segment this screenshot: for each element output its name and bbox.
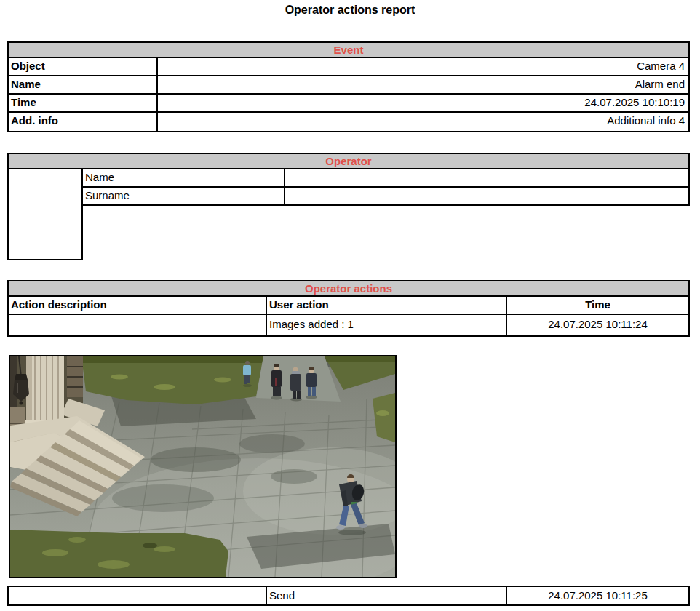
footer-action-row: Send 24.07.2025 10:11:25 — [7, 586, 690, 606]
operator-table: Name Surname — [7, 169, 690, 260]
row-label-object: Object — [9, 58, 158, 75]
row-label-operator-name: Name — [83, 169, 285, 186]
column-header-action-description: Action description — [9, 297, 267, 314]
event-table: Object Camera 4 Name Alarm end Time 24.0… — [7, 58, 690, 132]
operator-actions-section-header: Operator actions — [7, 280, 690, 297]
cell-action-time: 24.07.2025 10:11:25 — [507, 587, 688, 604]
table-row: Images added : 1 24.07.2025 10:11:24 — [9, 315, 688, 335]
cell-action-description — [9, 587, 267, 604]
table-row: Name Alarm end — [9, 76, 688, 95]
row-value-add-info: Additional info 4 — [158, 113, 688, 131]
cell-action-time: 24.07.2025 10:11:24 — [507, 315, 688, 335]
camera-snapshot-svg — [10, 356, 395, 577]
row-label-name: Name — [9, 76, 158, 93]
row-value-operator-surname — [285, 188, 688, 204]
cell-action-description — [9, 315, 267, 335]
row-value-operator-name — [285, 169, 688, 186]
column-header-time: Time — [507, 297, 688, 314]
event-section: Event Object Camera 4 Name Alarm end Tim… — [7, 41, 690, 132]
cell-user-action: Images added : 1 — [267, 315, 507, 335]
row-label-time: Time — [9, 95, 158, 111]
cell-user-action: Send — [267, 587, 507, 604]
column-header-row: Action description User action Time — [9, 297, 688, 315]
table-row: Time 24.07.2025 10:10:19 — [9, 95, 688, 113]
operator-actions-table: Action description User action Time Imag… — [7, 297, 690, 337]
report-title: Operator actions report — [0, 4, 700, 17]
camera-snapshot-image — [9, 355, 397, 578]
row-value-name: Alarm end — [158, 76, 688, 93]
table-row: Name — [83, 169, 690, 188]
row-label-operator-surname: Surname — [83, 188, 285, 204]
row-value-time: 24.07.2025 10:10:19 — [158, 95, 688, 111]
operator-actions-section: Operator actions Action description User… — [7, 280, 690, 337]
event-section-header: Event — [7, 41, 690, 58]
operator-section: Operator Name Surname — [7, 153, 690, 260]
column-header-user-action: User action — [267, 297, 507, 314]
table-row: Surname — [83, 188, 690, 206]
table-row: Object Camera 4 — [9, 58, 688, 76]
operator-photo-placeholder — [7, 169, 83, 260]
table-row: Add. info Additional info 4 — [9, 113, 688, 131]
operator-rows: Name Surname — [83, 169, 690, 206]
row-label-add-info: Add. info — [9, 113, 158, 131]
operator-actions-report-page: Operator actions report Event Object Cam… — [0, 0, 700, 611]
operator-section-header: Operator — [7, 153, 690, 169]
row-value-object: Camera 4 — [158, 58, 688, 75]
